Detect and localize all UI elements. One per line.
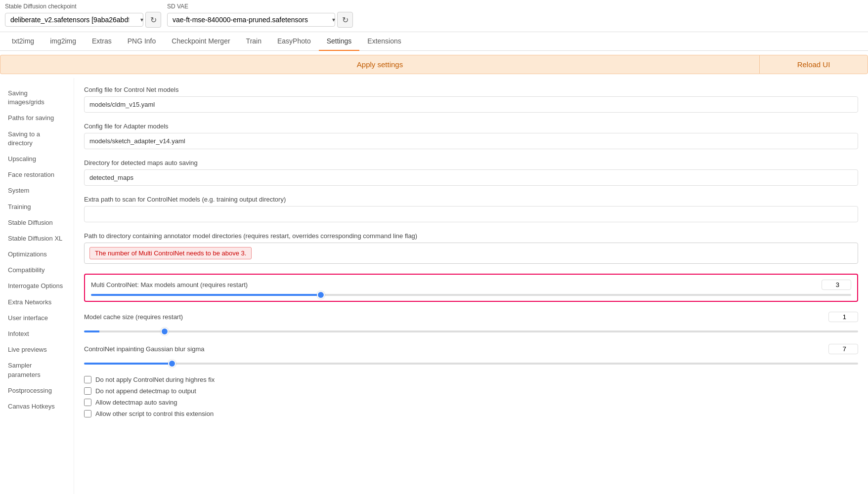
sidebar-item-compatibility[interactable]: Compatibility xyxy=(4,263,70,278)
detected-maps-label: Directory for detected maps auto saving xyxy=(84,159,858,166)
checkbox-detectmap-saving-input[interactable] xyxy=(84,399,91,406)
annotator-path-group: Path to directory containing annotator m… xyxy=(84,232,858,264)
sidebar-item-user-interface[interactable]: User interface xyxy=(4,311,70,326)
multi-controlnet-slider[interactable] xyxy=(91,294,851,296)
tab-img2img[interactable]: img2img xyxy=(42,32,84,51)
detected-maps-group: Directory for detected maps auto saving xyxy=(84,159,858,186)
tab-settings[interactable]: Settings xyxy=(319,32,360,51)
tab-txt2img[interactable]: txt2img xyxy=(4,32,42,51)
adapter-config-group: Config file for Adapter models xyxy=(84,123,858,149)
checkbox-highres-input[interactable] xyxy=(84,376,91,383)
checkbox-highres-label[interactable]: Do not apply ControlNet during highres f… xyxy=(95,376,215,383)
checkbox-detectmap-output: Do not append detectmap to output xyxy=(84,387,858,395)
model-cache-section: Model cache size (requires restart) xyxy=(84,312,858,334)
blur-sigma-slider[interactable] xyxy=(84,363,858,365)
multi-controlnet-value[interactable] xyxy=(822,280,851,290)
sidebar-item-face-restoration[interactable]: Face restoration xyxy=(4,167,70,182)
checkbox-detectmap-output-input[interactable] xyxy=(84,387,91,395)
adapter-config-label: Config file for Adapter models xyxy=(84,123,858,130)
vae-refresh-button[interactable]: ↻ xyxy=(337,12,353,28)
sidebar-item-sampler-params[interactable]: Sampler parameters xyxy=(4,358,70,382)
blur-sigma-label: ControlNet inpainting Gaussian blur sigm… xyxy=(84,345,205,353)
sidebar-item-infotext[interactable]: Infotext xyxy=(4,327,70,341)
error-message: The number of Multi ControlNet needs to … xyxy=(89,247,252,259)
controlnet-config-label: Config file for Control Net models xyxy=(84,86,858,93)
checkbox-highres-fix: Do not apply ControlNet during highres f… xyxy=(84,376,858,383)
sidebar-item-postprocessing[interactable]: Postprocessing xyxy=(4,383,70,398)
checkbox-detectmap-output-label[interactable]: Do not append detectmap to output xyxy=(95,387,196,395)
sidebar-item-saving-images[interactable]: Saving images/grids xyxy=(4,86,70,110)
tab-easyphoto[interactable]: EasyPhoto xyxy=(269,32,319,51)
vae-select-wrap: vae-ft-mse-840000-ema-pruned.safetensors… xyxy=(167,12,353,28)
top-bar: Stable Diffusion checkpoint deliberate_v… xyxy=(0,0,868,32)
adapter-config-input[interactable] xyxy=(84,133,858,149)
checkpoint-select-wrap: deliberate_v2.safetensors [9aba26abdf] ▾… xyxy=(5,12,161,28)
sidebar-item-stable-diffusion[interactable]: Stable Diffusion xyxy=(4,215,70,230)
checkbox-detectmap-saving: Allow detectmap auto saving xyxy=(84,399,858,406)
sidebar-item-optimizations[interactable]: Optimizations xyxy=(4,247,70,262)
model-cache-value[interactable] xyxy=(828,312,858,322)
vae-select[interactable]: vae-ft-mse-840000-ema-pruned.safetensors xyxy=(167,13,335,27)
sidebar-item-saving-directory[interactable]: Saving to a directory xyxy=(4,127,70,151)
annotator-error-box: The number of Multi ControlNet needs to … xyxy=(84,243,858,264)
nav-tabs: txt2img img2img Extras PNG Info Checkpoi… xyxy=(0,32,868,51)
model-cache-slider[interactable] xyxy=(84,330,858,332)
main-layout: Saving images/grids Paths for saving Sav… xyxy=(0,78,868,494)
annotator-path-label: Path to directory containing annotator m… xyxy=(84,232,858,240)
sidebar-item-upscaling[interactable]: Upscaling xyxy=(4,152,70,166)
checkpoint-label: Stable Diffusion checkpoint xyxy=(5,3,161,10)
sidebar-item-sd-xl[interactable]: Stable Diffusion XL xyxy=(4,231,70,246)
sidebar-item-training[interactable]: Training xyxy=(4,200,70,214)
action-bar: Apply settings Reload UI xyxy=(0,51,868,78)
tab-extras[interactable]: Extras xyxy=(84,32,120,51)
sidebar-item-extra-networks[interactable]: Extra Networks xyxy=(4,295,70,310)
multi-controlnet-section: Multi ControlNet: Max models amount (req… xyxy=(84,274,858,302)
controlnet-config-group: Config file for Control Net models xyxy=(84,86,858,113)
sidebar-item-live-previews[interactable]: Live previews xyxy=(4,342,70,357)
tab-png-info[interactable]: PNG Info xyxy=(120,32,164,51)
tab-checkpoint-merger[interactable]: Checkpoint Merger xyxy=(164,32,238,51)
checkpoint-select[interactable]: deliberate_v2.safetensors [9aba26abdf] xyxy=(5,13,143,27)
sidebar-item-canvas-hotkeys[interactable]: Canvas Hotkeys xyxy=(4,399,70,414)
multi-controlnet-label: Multi ControlNet: Max models amount (req… xyxy=(91,281,248,288)
sidebar-item-paths[interactable]: Paths for saving xyxy=(4,111,70,125)
checkbox-other-script: Allow other script to control this exten… xyxy=(84,410,858,417)
detected-maps-input[interactable] xyxy=(84,169,858,186)
blur-sigma-section: ControlNet inpainting Gaussian blur sigm… xyxy=(84,344,858,366)
multi-controlnet-box: Multi ControlNet: Max models amount (req… xyxy=(84,274,858,302)
apply-settings-button[interactable]: Apply settings xyxy=(0,55,759,74)
extra-path-group: Extra path to scan for ControlNet models… xyxy=(84,196,858,222)
controlnet-config-input[interactable] xyxy=(84,96,858,113)
content-area: Config file for Control Net models Confi… xyxy=(74,78,868,494)
tab-train[interactable]: Train xyxy=(238,32,269,51)
model-cache-label: Model cache size (requires restart) xyxy=(84,313,183,321)
blur-sigma-value[interactable] xyxy=(828,344,858,354)
reload-ui-button[interactable]: Reload UI xyxy=(759,55,868,74)
checkpoint-refresh-button[interactable]: ↻ xyxy=(145,12,161,28)
tab-extensions[interactable]: Extensions xyxy=(359,32,409,51)
extra-path-input[interactable] xyxy=(84,206,858,222)
sidebar: Saving images/grids Paths for saving Sav… xyxy=(0,78,74,494)
checkbox-other-script-label[interactable]: Allow other script to control this exten… xyxy=(95,410,214,417)
sidebar-item-system[interactable]: System xyxy=(4,183,70,198)
checkbox-detectmap-saving-label[interactable]: Allow detectmap auto saving xyxy=(95,399,177,406)
sidebar-item-interrogate[interactable]: Interrogate Options xyxy=(4,279,70,293)
extra-path-label: Extra path to scan for ControlNet models… xyxy=(84,196,858,203)
vae-label: SD VAE xyxy=(167,3,353,10)
checkbox-other-script-input[interactable] xyxy=(84,410,91,417)
